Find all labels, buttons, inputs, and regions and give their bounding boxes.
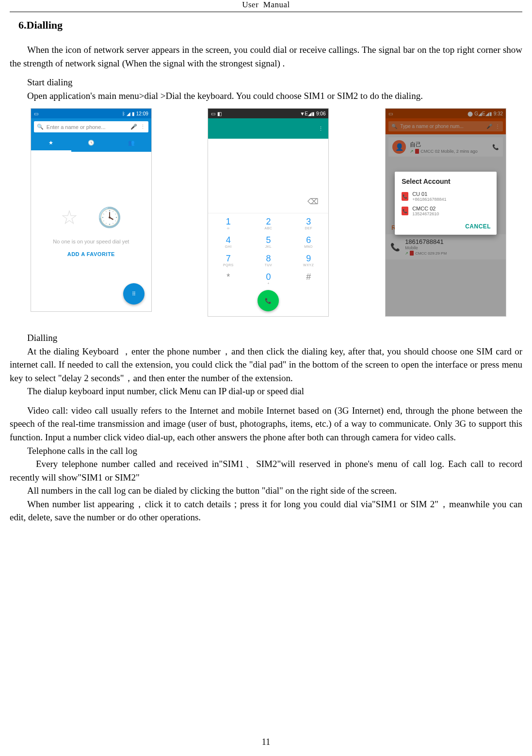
screenshot-dialpad: ▭ ◧ ▼E◢▮ 9:06 ⋮ ⌫ 1∞ 2ABC 3DEF bbox=[208, 108, 329, 317]
paragraph-intro: When the icon of network server appears … bbox=[10, 43, 522, 70]
header-part1: User bbox=[242, 0, 258, 9]
account-name: CMCC 02 bbox=[412, 206, 439, 211]
notification-icon: ▭ bbox=[34, 111, 38, 116]
dialpad-icon: ⠿ bbox=[132, 291, 136, 297]
star-icon: ★ bbox=[48, 140, 53, 146]
clock-outline-icon: 🕓 bbox=[97, 206, 122, 229]
sim-icon: 📞 bbox=[402, 207, 408, 215]
mic-icon[interactable]: 🎤 bbox=[130, 124, 137, 130]
key-6[interactable]: 6MNO bbox=[289, 232, 329, 250]
account-name: CU 01 bbox=[412, 191, 446, 197]
tab-contacts[interactable]: 👥 bbox=[111, 135, 151, 152]
people-icon: 👥 bbox=[128, 140, 135, 146]
tab-recent[interactable]: 🕓 bbox=[71, 135, 112, 152]
number-display: ⌫ bbox=[208, 139, 328, 213]
key-2[interactable]: 2ABC bbox=[248, 213, 289, 232]
overflow-icon[interactable]: ⋮ bbox=[140, 124, 145, 130]
paragraph-video-call: Video call: video call usually refers to… bbox=[10, 404, 522, 444]
bluetooth-icon: ᛒ bbox=[122, 111, 125, 116]
search-placeholder: Enter a name or phone... bbox=[47, 124, 128, 130]
dialpad-fab[interactable]: ⠿ bbox=[123, 283, 145, 305]
key-5[interactable]: 5JKL bbox=[248, 232, 289, 250]
paragraph-start-dialing: Open application's main menu>dial >Dial … bbox=[10, 89, 522, 103]
tabs: ★ 🕓 👥 bbox=[31, 135, 151, 152]
key-hash[interactable]: # bbox=[289, 269, 329, 287]
backspace-icon[interactable]: ⌫ bbox=[307, 197, 319, 206]
page: UserManual 6.Dialling When the icon of n… bbox=[0, 0, 532, 756]
key-3[interactable]: 3DEF bbox=[289, 213, 329, 232]
screenshot-dialer-favorites: ▭ ᛒ ◢ ▮ 12:09 🔍 Enter a name or phone...… bbox=[31, 108, 152, 312]
page-number: 11 bbox=[0, 737, 532, 747]
star-outline-icon: ☆ bbox=[61, 206, 78, 229]
clock: 12:09 bbox=[136, 111, 148, 116]
key-7[interactable]: 7PQRS bbox=[208, 250, 248, 269]
account-item-2[interactable]: 📞 CMCC 02 13524672610 bbox=[395, 204, 497, 218]
status-bar: ▭ ◧ ▼E◢▮ 9:06 bbox=[208, 109, 328, 118]
account-number: +8618616788841 bbox=[412, 197, 446, 202]
paragraph-calllog-3: When number list appearing，click it to c… bbox=[10, 498, 522, 524]
add-favorite-button[interactable]: ADD A FAVORITE bbox=[67, 251, 115, 257]
header-part2: Manual bbox=[258, 0, 290, 9]
select-account-dialog: Select Account 📞 CU 01 +8618616788841 📞 … bbox=[395, 172, 497, 235]
start-dialing-label: Start dialing bbox=[10, 76, 522, 89]
search-icon: 🔍 bbox=[37, 124, 44, 130]
sim-icon: 📞 bbox=[402, 192, 408, 201]
key-4[interactable]: 4GHI bbox=[208, 232, 248, 250]
paragraph-dialling-1: At the dialing Keyboard ，enter the phone… bbox=[10, 345, 522, 385]
dialling-heading: Dialling bbox=[10, 331, 522, 345]
dialpad: 1∞ 2ABC 3DEF 4GHI 5JKL 6MNO 7PQRS 8TUV 9… bbox=[208, 213, 328, 316]
phone-icon: 📞 bbox=[265, 298, 272, 304]
screenshot-select-account: ▭ ⬤ G◢E◢▮ 9:32 🔍 Type a name or phone nu… bbox=[385, 108, 506, 317]
status-right: ▼E◢▮ bbox=[300, 111, 315, 116]
screenshots-row: ▭ ᛒ ◢ ▮ 12:09 🔍 Enter a name or phone...… bbox=[15, 108, 522, 317]
paragraph-dialling-2: The dialup keyboard input number, click … bbox=[10, 385, 522, 398]
status-bar: ▭ ᛒ ◢ ▮ 12:09 bbox=[31, 109, 151, 118]
paragraph-calllog-2: All numbers in the call log can be diale… bbox=[10, 484, 522, 498]
call-fab[interactable]: 📞 bbox=[258, 290, 279, 311]
key-star[interactable]: * bbox=[208, 269, 248, 287]
key-0[interactable]: 0+ bbox=[248, 269, 289, 287]
section-title: 6.Dialling bbox=[18, 19, 522, 32]
tab-favorites[interactable]: ★ bbox=[31, 135, 71, 152]
battery-icon: ▮ bbox=[132, 111, 135, 116]
empty-text: No one is on your speed dial yet bbox=[53, 239, 129, 244]
notification-icon: ◧ bbox=[217, 111, 222, 116]
account-number: 13524672610 bbox=[412, 211, 439, 216]
dialer-toolbar: ⋮ bbox=[208, 118, 328, 139]
clock: 9:06 bbox=[316, 111, 325, 116]
key-1[interactable]: 1∞ bbox=[208, 213, 248, 232]
search-input[interactable]: 🔍 Enter a name or phone... 🎤 ⋮ bbox=[34, 121, 148, 132]
calllog-heading: Telephone calls in the call log bbox=[10, 444, 522, 458]
dialog-title: Select Account bbox=[395, 172, 497, 189]
key-8[interactable]: 8TUV bbox=[248, 250, 289, 269]
paragraph-calllog-1: Every telephone number called and receiv… bbox=[10, 457, 522, 484]
cancel-button[interactable]: CANCEL bbox=[465, 223, 491, 230]
search-bar: 🔍 Enter a name or phone... 🎤 ⋮ bbox=[31, 118, 151, 135]
account-item-1[interactable]: 📞 CU 01 +8618616788841 bbox=[395, 189, 497, 204]
signal-icon: ◢ bbox=[127, 111, 130, 116]
notification-icon: ▭ bbox=[211, 111, 215, 116]
clock-icon: 🕓 bbox=[88, 140, 95, 146]
key-9[interactable]: 9WXYZ bbox=[289, 250, 329, 269]
overflow-icon[interactable]: ⋮ bbox=[318, 126, 323, 132]
header: UserManual bbox=[10, 0, 522, 12]
dialog-overlay: Select Account 📞 CU 01 +8618616788841 📞 … bbox=[386, 109, 506, 316]
